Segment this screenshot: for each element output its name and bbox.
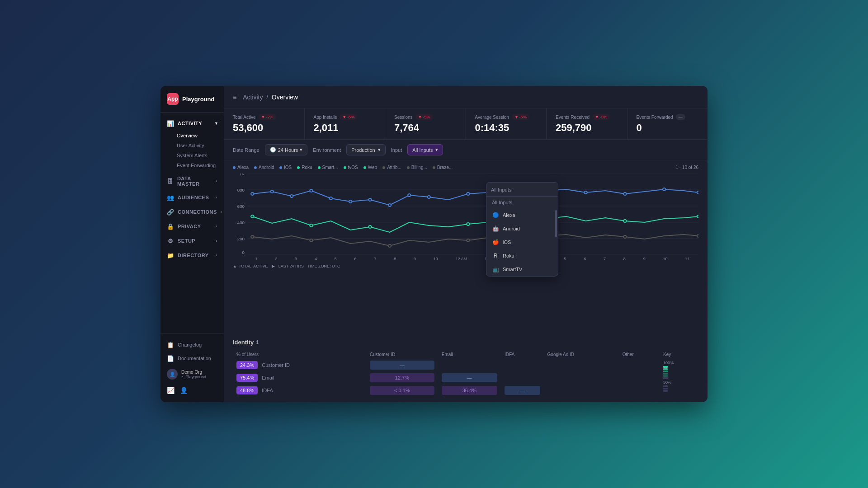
sidebar-item-system-alerts[interactable]: System Alerts [177, 150, 224, 160]
svg-text:200: 200 [237, 237, 245, 241]
stat-total-active-badge: ▼ -2% [259, 114, 276, 120]
connections-icon: 🔗 [167, 208, 174, 216]
legend-ios: iOS [279, 165, 292, 170]
stat-sessions-label: Sessions ▼ -5% [394, 114, 457, 120]
dropdown-search-area: All Inputs [486, 183, 558, 197]
row2-email: — [438, 371, 501, 384]
menu-icon[interactable]: ≡ [233, 94, 236, 101]
sidebar-item-overview[interactable]: Overview [177, 131, 224, 141]
sidebar-item-activity-label: Activity [178, 121, 202, 126]
sidebar: App Playground 📊 Activity ▾ Overview Use… [160, 86, 224, 402]
key-50-label: 50% [663, 380, 671, 385]
environment-select[interactable]: Production ▾ [346, 144, 386, 155]
cell-dash-1: — [370, 361, 434, 370]
row3-customer-id: < 0.1% [366, 384, 438, 397]
svg-point-28 [697, 191, 698, 194]
date-range-label: Date Range [233, 147, 259, 153]
directory-icon: 📁 [167, 252, 174, 259]
dropdown-item-roku[interactable]: R Roku [486, 249, 558, 263]
row3-other [619, 384, 660, 397]
sidebar-item-directory[interactable]: 📁 Directory › [160, 248, 224, 263]
chevron-right-icon-6: › [216, 253, 218, 258]
dropdown-item-ios[interactable]: 🍎 iOS [486, 235, 558, 249]
main-content: ≡ Activity / Overview Total Active ▼ -2%… [224, 86, 708, 402]
roku-icon: R [492, 252, 499, 259]
person-icon[interactable]: 👤 [180, 387, 188, 394]
stat-avg-session-badge: ▼ -5% [512, 114, 529, 120]
stat-avg-session: Average Session ▼ -5% 0:14:35 [466, 108, 547, 139]
input-value: All Inputs [412, 147, 433, 153]
col-google-ad: Google Ad ID [544, 350, 619, 359]
sidebar-item-setup[interactable]: ⚙ Setup › [160, 234, 224, 248]
date-range-select[interactable]: 🕐 24 Hours ▾ [265, 144, 308, 155]
sidebar-changelog[interactable]: 📋 Changelog [160, 338, 224, 352]
chevron-right-icon-5: › [216, 239, 218, 243]
sidebar-item-user-activity[interactable]: User Activity [177, 141, 224, 150]
chart-area: 1K 800 600 400 200 0 [233, 174, 698, 255]
sidebar-section-activity: 📊 Activity ▾ Overview User Activity Syst… [160, 116, 224, 170]
identity-title: Identity ℹ [233, 339, 698, 346]
clock-icon: 🕐 [270, 147, 276, 153]
svg-text:600: 600 [237, 204, 245, 209]
svg-point-26 [623, 192, 627, 195]
legend-billing: Billing... [407, 165, 427, 170]
sidebar-item-connections[interactable]: 🔗 Connections › [160, 205, 224, 219]
input-select[interactable]: All Inputs ▾ [407, 144, 443, 155]
svg-point-27 [663, 188, 666, 191]
dropdown-item-android[interactable]: 🤖 Android [486, 222, 558, 235]
stat-events-forwarded-label: Events Forwarded — [637, 114, 699, 120]
dropdown-item-smarttv[interactable]: 📺 SmartTV [486, 263, 558, 276]
dropdown-scrollbar[interactable] [555, 210, 557, 237]
stat-app-installs-badge: ▼ -5% [340, 114, 357, 120]
legend-attrib: Attrib... [382, 165, 401, 170]
privacy-icon: 🔒 [167, 223, 174, 230]
sidebar-logo-text: Playground [182, 96, 215, 103]
sidebar-item-setup-label: Setup [178, 238, 195, 244]
sidebar-item-privacy-label: Privacy [178, 224, 201, 229]
svg-point-19 [388, 204, 392, 206]
sidebar-user[interactable]: 👤 Demo Org z_Playground [160, 365, 224, 383]
breadcrumb-parent[interactable]: Activity [243, 94, 263, 101]
total-active-label: ▲ TOTAL ACTIVE [233, 264, 268, 268]
legend-tvos: tvOS [344, 165, 358, 170]
svg-point-15 [310, 189, 313, 192]
stat-events-forwarded-value: 0 [637, 122, 699, 134]
legend-web: Web [363, 165, 377, 170]
sidebar-nav: 📊 Activity ▾ Overview User Activity Syst… [160, 113, 224, 333]
row2-idfa [501, 371, 544, 384]
svg-point-37 [310, 239, 313, 242]
sidebar-bottom: 📋 Changelog 📄 Documentation 👤 Demo Org z… [160, 333, 224, 402]
row3-idfa: — [501, 384, 544, 397]
sidebar-logo[interactable]: App Playground [160, 86, 224, 113]
sidebar-documentation[interactable]: 📄 Documentation [160, 352, 224, 365]
svg-point-31 [368, 225, 372, 228]
header: ≡ Activity / Overview [224, 86, 708, 108]
identity-section: Identity ℹ % of Users Customer ID Email … [224, 333, 708, 402]
row1-google-ad [544, 359, 619, 371]
stat-app-installs: App Installs ▼ -5% 2,011 [305, 108, 386, 139]
legend-roku: Roku [297, 165, 312, 170]
dropdown-item-all-inputs[interactable]: All Inputs [486, 197, 558, 208]
row1-idfa [501, 359, 544, 371]
sidebar-item-activity[interactable]: 📊 Activity ▾ [160, 116, 224, 131]
cell-dash-2: — [442, 373, 497, 382]
col-email: Email [438, 350, 501, 359]
svg-point-34 [623, 220, 627, 222]
sidebar-item-audiences[interactable]: 👥 Audiences › [160, 190, 224, 205]
row2-customer-id: 12.7% [366, 371, 438, 384]
row1-email [438, 359, 501, 371]
sidebar-item-privacy[interactable]: 🔒 Privacy › [160, 219, 224, 234]
sidebar-item-audiences-label: Audiences [178, 195, 209, 200]
android-icon: 🤖 [492, 225, 499, 232]
sidebar-item-data-master[interactable]: 🗄 Data Master › [160, 172, 224, 190]
chart-x-labels: 1 2 3 4 5 6 7 8 9 10 12 AM 1 2 3 4 5 6 7… [233, 255, 698, 261]
identity-info-icon[interactable]: ℹ [256, 339, 258, 345]
col-other: Other [619, 350, 660, 359]
chart-icon[interactable]: 📈 [167, 387, 175, 394]
breadcrumb-current: Overview [272, 94, 298, 101]
dropdown-item-alexa[interactable]: 🔵 Alexa [486, 208, 558, 222]
cell-lt-0-1: < 0.1% [370, 386, 434, 395]
changelog-icon: 📋 [167, 341, 174, 348]
sidebar-item-event-forwarding[interactable]: Event Forwarding [177, 160, 224, 170]
environment-value: Production [351, 147, 375, 153]
